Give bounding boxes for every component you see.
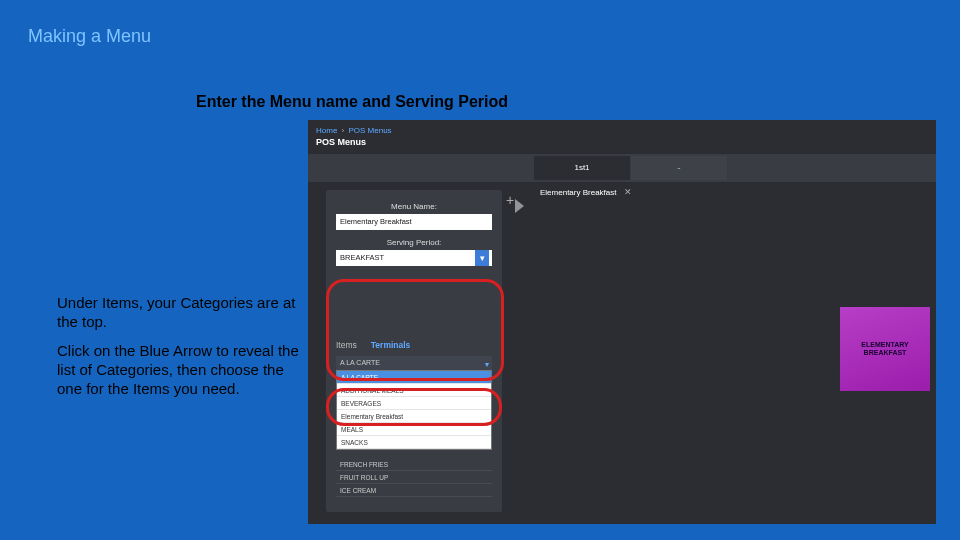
panel-tabs: Items Terminals xyxy=(336,340,410,350)
tile-row-label: Elementary Breakfast xyxy=(540,188,616,197)
category-option[interactable]: SNACKS xyxy=(337,436,491,449)
top-tab-1[interactable]: 1st1 xyxy=(534,156,630,180)
category-select-value: A LA CARTE xyxy=(340,359,380,366)
close-icon[interactable]: ✕ xyxy=(624,187,632,197)
category-dropdown: A LA CARTE ADDITIONAL MEALS BEVERAGES El… xyxy=(336,370,492,450)
body-text-2: Click on the Blue Arrow to reveal the li… xyxy=(57,342,312,398)
item-list: FRENCH FRIES FRUIT ROLL UP ICE CREAM xyxy=(336,458,492,497)
menu-name-label: Menu Name: xyxy=(326,202,502,211)
tab-items[interactable]: Items xyxy=(336,340,357,350)
serving-period-value: BREAKFAST xyxy=(340,253,384,262)
category-option[interactable]: Elementary Breakfast xyxy=(337,410,491,423)
tab-terminals[interactable]: Terminals xyxy=(371,340,411,350)
breadcrumb-separator: › xyxy=(342,126,345,135)
body-text-1: Under Items, your Categories are at the … xyxy=(57,294,312,332)
category-option[interactable]: BEVERAGES xyxy=(337,397,491,410)
breadcrumb-home[interactable]: Home xyxy=(316,126,337,135)
category-select[interactable]: A LA CARTE ▾ xyxy=(336,356,492,370)
menu-tile-label: ELEMENTARYBREAKFAST xyxy=(840,341,930,358)
slide-subtitle: Enter the Menu name and Serving Period xyxy=(196,93,508,111)
item-row[interactable]: ICE CREAM xyxy=(336,484,492,497)
breadcrumb-current: POS Menus xyxy=(348,126,391,135)
slide-title: Making a Menu xyxy=(28,26,151,47)
app-screenshot: Home › POS Menus POS Menus 1st1 - Elemen… xyxy=(308,120,936,524)
item-row[interactable]: FRUIT ROLL UP xyxy=(336,471,492,484)
serving-period-select[interactable]: BREAKFAST ▾ xyxy=(336,250,492,266)
breadcrumb: Home › POS Menus xyxy=(316,126,392,135)
caret-down-icon: ▾ xyxy=(475,250,489,266)
plus-icon[interactable]: + xyxy=(506,192,514,208)
top-tab-2[interactable]: - xyxy=(631,156,727,180)
menu-tile[interactable]: ELEMENTARYBREAKFAST xyxy=(840,307,930,391)
category-option[interactable]: A LA CARTE xyxy=(337,371,491,384)
category-option[interactable]: MEALS xyxy=(337,423,491,436)
left-panel: Menu Name: Elementary Breakfast Serving … xyxy=(326,190,502,512)
menu-name-input[interactable]: Elementary Breakfast xyxy=(336,214,492,230)
category-option[interactable]: ADDITIONAL MEALS xyxy=(337,384,491,397)
triangle-icon xyxy=(515,199,524,213)
serving-period-label: Serving Period: xyxy=(326,238,502,247)
item-row[interactable]: FRENCH FRIES xyxy=(336,458,492,471)
page-title: POS Menus xyxy=(316,137,366,147)
